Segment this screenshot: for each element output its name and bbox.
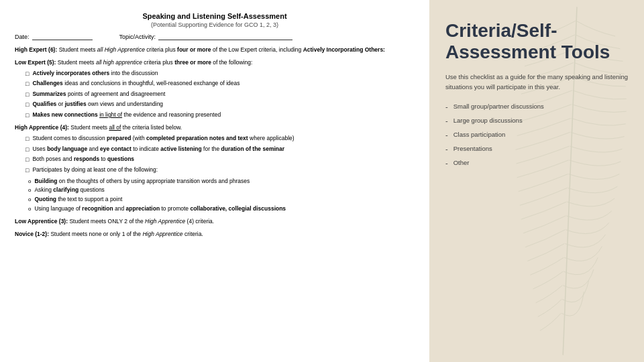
le-text2: criteria plus	[144, 59, 174, 66]
ha-text2: the criteria listed below.	[123, 124, 182, 131]
high-apprentice-section: High Apprentice (4): Student meets all o…	[15, 123, 415, 213]
sidebar-list-item-3: Class participation	[445, 131, 628, 139]
list-item: Student comes to discussion prepared (wi…	[25, 135, 415, 143]
list-item: Asking clarifying questions	[28, 186, 415, 194]
doc-subtitle: (Potential Supporting Evidence for GCO 1…	[15, 21, 415, 28]
novice-section: Novice (1-2): Student meets none or only…	[15, 230, 415, 239]
la-italic: High Apprentice	[145, 218, 185, 225]
sidebar-list-item-1: Small group/partner discussions	[445, 103, 628, 111]
n-italic: High Apprentice	[142, 231, 182, 237]
list-item: Both poses and responds to questions	[25, 156, 415, 164]
high-apprentice-sub-list: Building on the thoughts of others by us…	[28, 178, 415, 214]
he-bold: four or more	[177, 46, 211, 53]
list-item: Building on the thoughts of others by us…	[28, 178, 415, 186]
list-item: Participates by doing at least one of th…	[25, 166, 415, 175]
sidebar-list-item-4: Presentations	[445, 145, 628, 153]
topic-field: Topic/Activity:	[119, 34, 293, 40]
ha-text1: Student meets	[70, 124, 109, 131]
he-text3: of the Low Expert criteria, including	[213, 46, 303, 53]
la-text2: (4) criteria.	[187, 218, 215, 225]
date-field: Date:	[15, 34, 93, 40]
le-bold: three or more	[174, 59, 211, 66]
list-item: Actively incorporates others into the di…	[25, 70, 415, 78]
topic-input	[158, 34, 292, 40]
list-item: Using language of recognition and apprec…	[28, 205, 415, 213]
list-item: Challenges ideas and conclusions in thou…	[25, 80, 415, 88]
le-text1: Student meets	[58, 59, 96, 66]
list-item: Uses body language and eye contact to in…	[25, 145, 415, 154]
n-text1: Student meets none or only 1 of the	[50, 231, 142, 237]
sidebar-list-item-2: Large group discussions	[445, 117, 628, 125]
doc-title: Speaking and Listening Self-Assessment	[15, 12, 415, 20]
sidebar-description: Use this checklist as a guide for the ma…	[445, 72, 628, 92]
he-text1: Student meets	[59, 46, 97, 53]
low-apprentice-section: Low Apprentice (3): Student meets ONLY 2…	[15, 217, 415, 226]
high-apprentice-list: Student comes to discussion prepared (wi…	[25, 135, 415, 174]
le-italic: all high apprentice	[96, 59, 142, 66]
novice-header: Novice (1-2):	[15, 231, 49, 237]
low-apprentice-header: Low Apprentice (3):	[15, 218, 68, 225]
high-expert-header: High Expert (6):	[15, 46, 57, 53]
low-expert-section: Low Expert (5): Student meets all high a…	[15, 58, 415, 120]
he-italic: all High Apprentice	[97, 46, 145, 53]
high-apprentice-header: High Apprentice (4):	[15, 124, 69, 131]
date-line: Date: Topic/Activity:	[15, 34, 415, 40]
low-expert-header: Low Expert (5):	[15, 59, 56, 66]
sidebar-list-item-5: Other	[445, 159, 628, 167]
n-text2: criteria.	[184, 231, 203, 237]
sidebar-item-label: Other	[453, 159, 470, 166]
he-text2: criteria plus	[146, 46, 177, 53]
sidebar-item-label: Small group/partner discussions	[453, 103, 544, 110]
list-item: Quoting the text to support a point	[28, 196, 415, 204]
date-input	[32, 34, 93, 40]
le-text3: of the following:	[213, 59, 252, 66]
low-expert-list: Actively incorporates others into the di…	[25, 70, 415, 120]
sidebar-item-label: Presentations	[453, 145, 492, 152]
document-panel: Speaking and Listening Self-Assessment (…	[0, 0, 429, 362]
ha-underline: all of	[109, 124, 121, 131]
list-item: Qualifies or justifies own views and und…	[25, 101, 415, 109]
list-item: Makes new connections in light of the ev…	[25, 111, 415, 120]
sidebar-panel: Criteria/Self-Assessment Tools Use this …	[429, 0, 644, 362]
list-item: Summarizes points of agreement and disag…	[25, 90, 415, 99]
sidebar-item-label: Large group discussions	[453, 117, 523, 124]
date-label: Date:	[15, 34, 30, 40]
high-expert-section: High Expert (6): Student meets all High …	[15, 46, 415, 54]
sidebar-item-label: Class participation	[453, 131, 506, 138]
he-bold2: Actively Incorporating Others:	[303, 46, 385, 53]
sidebar-list: Small group/partner discussions Large gr…	[445, 103, 628, 167]
la-text1: Student meets ONLY 2 of the	[69, 218, 145, 225]
sidebar-title: Criteria/Self-Assessment Tools	[445, 20, 628, 63]
topic-label: Topic/Activity:	[119, 34, 156, 40]
